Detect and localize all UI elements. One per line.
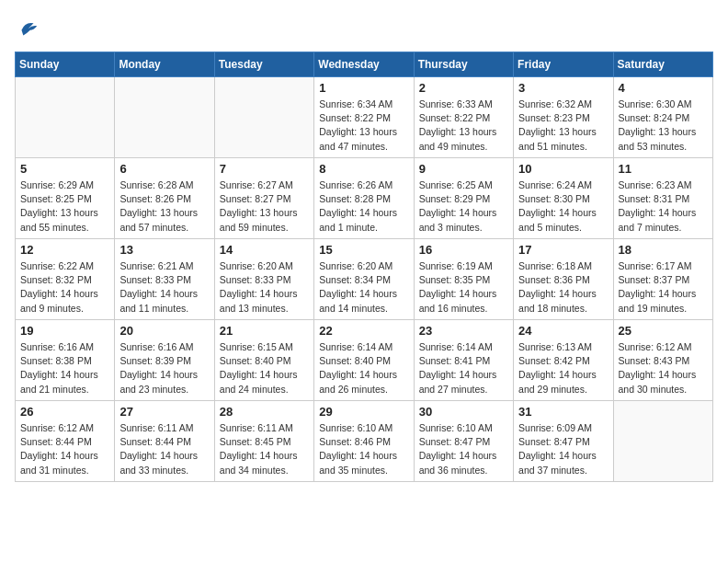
day-number: 29 (319, 405, 408, 419)
day-info: Sunrise: 6:20 AM Sunset: 8:33 PM Dayligh… (220, 259, 309, 316)
day-number: 12 (20, 243, 109, 257)
day-number: 27 (119, 405, 209, 419)
day-number: 1 (319, 81, 408, 95)
day-number: 21 (220, 324, 309, 338)
day-number: 9 (419, 162, 508, 176)
day-info: Sunrise: 6:25 AM Sunset: 8:29 PM Dayligh… (419, 178, 508, 235)
calendar-cell: 6Sunrise: 6:28 AM Sunset: 8:26 PM Daylig… (115, 158, 214, 239)
calendar-week-row: 19Sunrise: 6:16 AM Sunset: 8:38 PM Dayli… (16, 320, 713, 401)
day-info: Sunrise: 6:09 AM Sunset: 8:47 PM Dayligh… (518, 421, 608, 477)
day-info: Sunrise: 6:28 AM Sunset: 8:26 PM Dayligh… (119, 178, 209, 235)
day-number: 20 (119, 324, 209, 338)
calendar-cell: 25Sunrise: 6:12 AM Sunset: 8:43 PM Dayli… (613, 320, 712, 401)
day-info: Sunrise: 6:16 AM Sunset: 8:38 PM Dayligh… (20, 340, 109, 396)
calendar-cell: 1Sunrise: 6:34 AM Sunset: 8:22 PM Daylig… (314, 77, 414, 158)
day-info: Sunrise: 6:22 AM Sunset: 8:32 PM Dayligh… (20, 259, 109, 316)
day-number: 26 (20, 405, 109, 419)
calendar-cell: 24Sunrise: 6:13 AM Sunset: 8:42 PM Dayli… (514, 320, 613, 401)
day-info: Sunrise: 6:11 AM Sunset: 8:45 PM Dayligh… (220, 421, 309, 477)
calendar-week-row: 1Sunrise: 6:34 AM Sunset: 8:22 PM Daylig… (16, 77, 713, 158)
day-info: Sunrise: 6:23 AM Sunset: 8:31 PM Dayligh… (619, 178, 708, 235)
day-number: 2 (419, 81, 508, 95)
day-number: 23 (419, 324, 508, 338)
logo-bird-icon (15, 15, 40, 40)
day-number: 25 (619, 324, 708, 338)
day-number: 4 (619, 81, 708, 95)
day-number: 6 (119, 162, 209, 176)
page-header (15, 15, 713, 40)
calendar-cell: 11Sunrise: 6:23 AM Sunset: 8:31 PM Dayli… (613, 158, 712, 239)
calendar-cell (613, 401, 712, 482)
calendar-cell: 7Sunrise: 6:27 AM Sunset: 8:27 PM Daylig… (214, 158, 313, 239)
day-info: Sunrise: 6:21 AM Sunset: 8:33 PM Dayligh… (119, 259, 209, 316)
day-number: 22 (319, 324, 408, 338)
calendar-cell: 29Sunrise: 6:10 AM Sunset: 8:46 PM Dayli… (314, 401, 414, 482)
day-number: 16 (419, 243, 508, 257)
day-number: 11 (619, 162, 708, 176)
day-info: Sunrise: 6:30 AM Sunset: 8:24 PM Dayligh… (619, 98, 708, 154)
day-number: 15 (319, 243, 408, 257)
calendar-cell: 2Sunrise: 6:33 AM Sunset: 8:22 PM Daylig… (414, 77, 513, 158)
day-number: 3 (518, 81, 608, 95)
day-number: 5 (20, 162, 109, 176)
column-header-wednesday: Wednesday (314, 52, 414, 77)
day-number: 7 (220, 162, 309, 176)
day-info: Sunrise: 6:10 AM Sunset: 8:46 PM Dayligh… (319, 421, 408, 477)
calendar-cell: 12Sunrise: 6:22 AM Sunset: 8:32 PM Dayli… (16, 239, 115, 320)
day-info: Sunrise: 6:12 AM Sunset: 8:43 PM Dayligh… (619, 340, 708, 396)
calendar-cell: 16Sunrise: 6:19 AM Sunset: 8:35 PM Dayli… (414, 239, 513, 320)
day-info: Sunrise: 6:10 AM Sunset: 8:47 PM Dayligh… (419, 421, 508, 477)
day-info: Sunrise: 6:14 AM Sunset: 8:40 PM Dayligh… (319, 340, 408, 396)
calendar-cell: 27Sunrise: 6:11 AM Sunset: 8:44 PM Dayli… (115, 401, 214, 482)
day-number: 13 (119, 243, 209, 257)
calendar-cell: 10Sunrise: 6:24 AM Sunset: 8:30 PM Dayli… (514, 158, 613, 239)
day-info: Sunrise: 6:18 AM Sunset: 8:36 PM Dayligh… (518, 259, 608, 316)
day-number: 31 (518, 405, 608, 419)
day-info: Sunrise: 6:15 AM Sunset: 8:40 PM Dayligh… (220, 340, 309, 396)
column-header-thursday: Thursday (414, 52, 513, 77)
calendar-cell: 30Sunrise: 6:10 AM Sunset: 8:47 PM Dayli… (414, 401, 513, 482)
calendar-header-row: SundayMondayTuesdayWednesdayThursdayFrid… (16, 52, 713, 77)
column-header-friday: Friday (514, 52, 613, 77)
day-number: 14 (220, 243, 309, 257)
calendar-cell: 13Sunrise: 6:21 AM Sunset: 8:33 PM Dayli… (115, 239, 214, 320)
day-info: Sunrise: 6:24 AM Sunset: 8:30 PM Dayligh… (518, 178, 608, 235)
calendar-cell: 31Sunrise: 6:09 AM Sunset: 8:47 PM Dayli… (514, 401, 613, 482)
calendar-cell: 19Sunrise: 6:16 AM Sunset: 8:38 PM Dayli… (16, 320, 115, 401)
day-info: Sunrise: 6:27 AM Sunset: 8:27 PM Dayligh… (220, 178, 309, 235)
calendar-cell: 20Sunrise: 6:16 AM Sunset: 8:39 PM Dayli… (115, 320, 214, 401)
day-info: Sunrise: 6:20 AM Sunset: 8:34 PM Dayligh… (319, 259, 408, 316)
calendar-cell: 14Sunrise: 6:20 AM Sunset: 8:33 PM Dayli… (214, 239, 313, 320)
calendar-cell: 23Sunrise: 6:14 AM Sunset: 8:41 PM Dayli… (414, 320, 513, 401)
calendar-cell (115, 77, 214, 158)
day-info: Sunrise: 6:11 AM Sunset: 8:44 PM Dayligh… (119, 421, 209, 477)
day-number: 28 (220, 405, 309, 419)
day-number: 19 (20, 324, 109, 338)
column-header-sunday: Sunday (16, 52, 115, 77)
column-header-monday: Monday (115, 52, 214, 77)
calendar-cell: 18Sunrise: 6:17 AM Sunset: 8:37 PM Dayli… (613, 239, 712, 320)
column-header-saturday: Saturday (613, 52, 712, 77)
calendar-cell: 26Sunrise: 6:12 AM Sunset: 8:44 PM Dayli… (16, 401, 115, 482)
day-info: Sunrise: 6:32 AM Sunset: 8:23 PM Dayligh… (518, 98, 608, 154)
day-number: 10 (518, 162, 608, 176)
calendar-cell (214, 77, 313, 158)
day-info: Sunrise: 6:14 AM Sunset: 8:41 PM Dayligh… (419, 340, 508, 396)
day-info: Sunrise: 6:17 AM Sunset: 8:37 PM Dayligh… (619, 259, 708, 316)
day-info: Sunrise: 6:26 AM Sunset: 8:28 PM Dayligh… (319, 178, 408, 235)
calendar-cell: 3Sunrise: 6:32 AM Sunset: 8:23 PM Daylig… (514, 77, 613, 158)
calendar-cell: 5Sunrise: 6:29 AM Sunset: 8:25 PM Daylig… (16, 158, 115, 239)
day-info: Sunrise: 6:34 AM Sunset: 8:22 PM Dayligh… (319, 98, 408, 154)
calendar-cell (16, 77, 115, 158)
calendar-cell: 28Sunrise: 6:11 AM Sunset: 8:45 PM Dayli… (214, 401, 313, 482)
day-info: Sunrise: 6:12 AM Sunset: 8:44 PM Dayligh… (20, 421, 109, 477)
calendar-cell: 15Sunrise: 6:20 AM Sunset: 8:34 PM Dayli… (314, 239, 414, 320)
calendar-cell: 17Sunrise: 6:18 AM Sunset: 8:36 PM Dayli… (514, 239, 613, 320)
calendar-table: SundayMondayTuesdayWednesdayThursdayFrid… (15, 52, 713, 482)
calendar-cell: 22Sunrise: 6:14 AM Sunset: 8:40 PM Dayli… (314, 320, 414, 401)
calendar-week-row: 12Sunrise: 6:22 AM Sunset: 8:32 PM Dayli… (16, 239, 713, 320)
day-info: Sunrise: 6:19 AM Sunset: 8:35 PM Dayligh… (419, 259, 508, 316)
calendar-cell: 9Sunrise: 6:25 AM Sunset: 8:29 PM Daylig… (414, 158, 513, 239)
day-number: 24 (518, 324, 608, 338)
calendar-week-row: 26Sunrise: 6:12 AM Sunset: 8:44 PM Dayli… (16, 401, 713, 482)
